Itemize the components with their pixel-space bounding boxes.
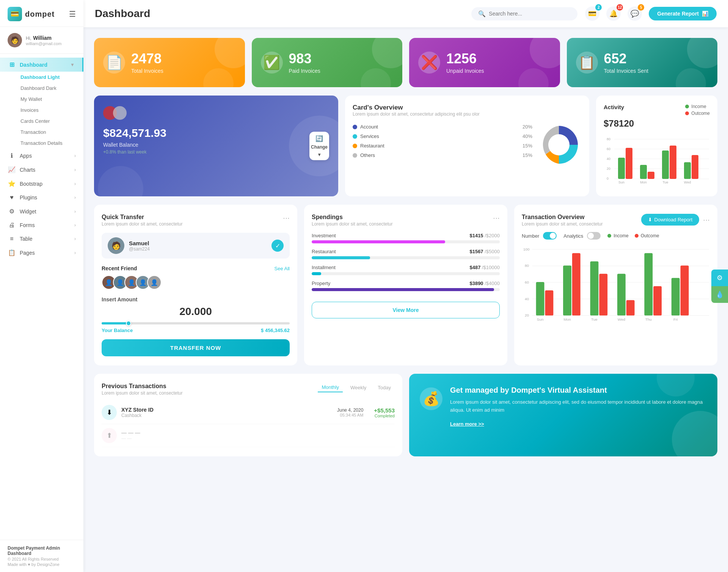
tx-name: XYZ Store ID	[121, 407, 154, 413]
spending-amount: $1415	[469, 233, 483, 238]
to-title: Transaction Overview	[522, 214, 602, 221]
chat-badge: 5	[638, 4, 644, 11]
svg-rect-18	[692, 155, 698, 179]
svg-rect-34	[545, 290, 554, 315]
invoice-icon: 📄	[103, 52, 125, 74]
tab-monthly[interactable]: Monthly	[318, 383, 343, 392]
va-card: 💰 Get managed by Dompet's Virtual Assist…	[409, 374, 717, 456]
spendings-more-icon[interactable]: ⋯	[493, 214, 500, 222]
income-label: Income	[691, 104, 706, 109]
sub-item-my-wallet[interactable]: My Wallet	[16, 94, 83, 105]
analytics-toggle[interactable]	[587, 232, 601, 240]
tx-icon: ⬆	[102, 428, 117, 443]
sidebar-item-charts[interactable]: 📈 Charts ›	[0, 163, 83, 177]
refresh-icon: 🔄	[315, 135, 323, 142]
circle-gray	[113, 106, 127, 120]
svg-text:Fri: Fri	[673, 317, 678, 321]
sidebar-item-plugins[interactable]: ♥ Plugins ›	[0, 191, 83, 204]
sub-item-invoices[interactable]: Invoices	[16, 105, 83, 116]
income-dot	[685, 105, 689, 108]
prev-transactions-card: Previous Transactions Lorem ipsum dolor …	[94, 374, 402, 456]
tx-date: June 4, 2020	[337, 407, 363, 413]
dot-restaurant	[353, 144, 357, 148]
svg-rect-42	[653, 286, 662, 315]
stat-label-total: Total Invoices	[131, 68, 163, 74]
svg-text:Sun: Sun	[618, 180, 624, 184]
insert-amount-value: 20.000	[102, 306, 290, 318]
hamburger-icon[interactable]: ☰	[69, 9, 76, 19]
sub-item-transaction-details[interactable]: Transaction Details	[16, 138, 83, 149]
sidebar-item-widget[interactable]: ⚙ Widget ›	[0, 204, 83, 218]
tx-amount: +$5,553	[374, 407, 395, 414]
bar-chart-area: 80 60 40 20 0	[604, 133, 710, 188]
amount-slider[interactable]	[102, 322, 290, 324]
svg-rect-36	[572, 253, 581, 316]
slider-thumb	[126, 321, 131, 326]
slider-fill	[102, 322, 130, 324]
wallet-icon-badge[interactable]: 💳 2	[585, 6, 599, 21]
change-button[interactable]: 🔄 Change ▾	[309, 132, 329, 160]
sidebar-item-pages[interactable]: 📋 Pages ›	[0, 246, 83, 260]
sub-item-dashboard-dark[interactable]: Dashboard Dark	[16, 83, 83, 94]
svg-text:Thu: Thu	[645, 317, 652, 321]
stat-card-unpaid-invoices: ❌ 1256 Unpaid Invoices	[409, 38, 560, 87]
dashboard-icon: ⊞	[8, 61, 16, 68]
sidebar-item-dashboard[interactable]: ⊞ Dashboard ▼	[0, 58, 83, 72]
friend-avatar-5: 👤	[147, 275, 162, 290]
svg-rect-15	[662, 150, 669, 179]
sidebar-item-bootstrap[interactable]: ⭐ Bootstrap ›	[0, 177, 83, 191]
sidebar-item-label: Dashboard	[20, 62, 47, 68]
svg-text:Wed: Wed	[684, 180, 691, 184]
sidebar-item-table[interactable]: ≡ Table ›	[0, 232, 83, 246]
analytics-toggle-group: Analytics	[563, 232, 601, 240]
chevron-right-icon: ›	[74, 236, 76, 241]
bell-icon-badge[interactable]: 🔔 12	[606, 6, 621, 21]
see-all-link[interactable]: See All	[275, 266, 290, 271]
property-progress	[312, 288, 500, 291]
svg-point-0	[548, 134, 570, 155]
user-greeting: Hi, William	[26, 34, 61, 41]
search-input[interactable]	[489, 11, 571, 17]
generate-report-button[interactable]: Generate Report 📊	[649, 7, 717, 20]
sidebar-item-label: Pages	[20, 250, 35, 256]
va-desc: Lorem ipsum dolor sit amet, consectetur …	[450, 398, 707, 414]
insert-amount-label: Insert Amount	[102, 296, 290, 302]
to-more-icon[interactable]: ⋯	[703, 216, 710, 224]
color-panel-button[interactable]: 💧	[711, 286, 728, 303]
svg-text:40: 40	[607, 157, 610, 161]
search-icon: 🔍	[478, 10, 486, 17]
footer-copy: © 2021 All Rights Reserved	[8, 557, 76, 561]
activity-header: Activity Income Outcome	[604, 104, 710, 116]
svg-rect-14	[648, 172, 654, 179]
svg-rect-43	[672, 278, 680, 315]
svg-text:20: 20	[525, 313, 529, 317]
sub-item-dashboard-light[interactable]: Dashboard Light	[16, 72, 83, 83]
sidebar-item-apps[interactable]: ℹ Apps ›	[0, 149, 83, 163]
mid-section: $824,571.93 Wallet Balance +0.8% than la…	[94, 96, 717, 196]
number-toggle[interactable]	[543, 232, 557, 240]
friends-avatars: 👤 👤 👤 👤 👤	[102, 275, 290, 290]
sub-item-transaction[interactable]: Transaction	[16, 127, 83, 138]
tab-today[interactable]: Today	[374, 383, 395, 392]
chart-bar-icon: 📊	[702, 11, 708, 17]
bottom-section: Quick Transfer Lorem ipsum dolor sit ame…	[94, 205, 717, 365]
sidebar-logo: 💳 dompet ☰	[0, 0, 83, 27]
svg-rect-16	[670, 146, 676, 179]
settings-panel-button[interactable]: ⚙	[711, 270, 728, 286]
chat-icon-badge[interactable]: 💬 5	[628, 6, 642, 21]
table-row: ⬆ — — — — —	[102, 424, 395, 447]
sub-item-cards-center[interactable]: Cards Center	[16, 116, 83, 127]
download-report-button[interactable]: ⬇ Download Report	[641, 214, 699, 226]
transfer-avatar: 🧑	[108, 237, 124, 254]
tab-weekly[interactable]: Weekly	[347, 383, 370, 392]
transfer-check-icon: ✓	[271, 240, 284, 252]
chevron-down-icon: ▾	[318, 152, 320, 157]
stat-label-paid: Paid Invoices	[289, 68, 320, 74]
va-learn-more-link[interactable]: Learn more >>	[450, 421, 484, 427]
spendings-sub: Lorem ipsum dolor sit amet, consectetur	[312, 221, 392, 227]
sidebar-item-label: Charts	[20, 167, 35, 173]
more-options-icon[interactable]: ⋯	[283, 214, 290, 222]
view-more-button[interactable]: View More	[312, 302, 500, 318]
sidebar-item-forms[interactable]: 🖨 Forms ›	[0, 218, 83, 232]
transfer-now-button[interactable]: TRANSFER NOW	[102, 339, 290, 356]
